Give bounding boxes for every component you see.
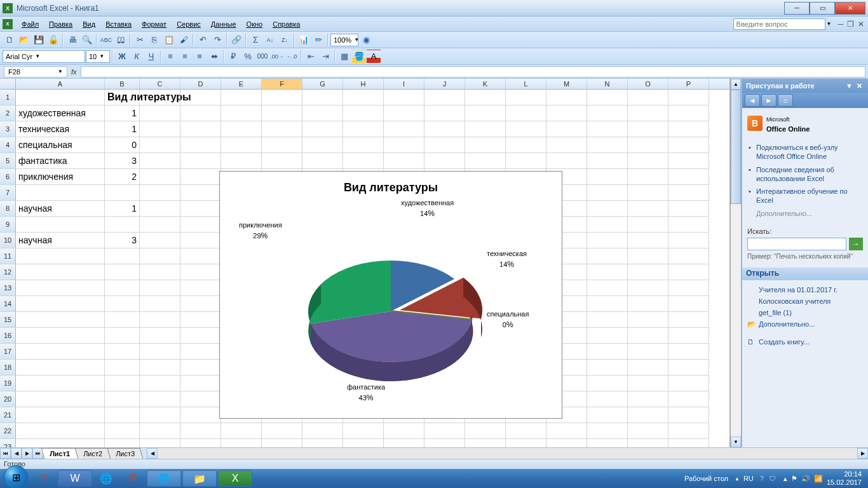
taskbar-help-icon[interactable]: ? (757, 475, 766, 482)
col-header-D[interactable]: D (180, 79, 221, 89)
task-pane-dropdown-icon[interactable]: ▼ (844, 82, 855, 90)
cell[interactable] (221, 105, 262, 121)
cell[interactable] (506, 121, 546, 137)
cell[interactable] (105, 344, 140, 360)
col-header-F[interactable]: F (262, 79, 302, 89)
cell[interactable] (628, 407, 668, 423)
row-header[interactable]: 15 (0, 312, 16, 328)
font-combo[interactable]: Arial Cyr▼ (3, 50, 85, 63)
cell[interactable] (16, 185, 105, 201)
cell[interactable] (343, 137, 384, 153)
cell[interactable] (546, 439, 587, 447)
cell[interactable] (105, 312, 140, 328)
cell[interactable] (180, 423, 221, 439)
save-icon[interactable]: 💾 (32, 33, 46, 47)
cell[interactable] (384, 423, 424, 439)
cell[interactable] (16, 391, 105, 407)
cell[interactable] (587, 439, 628, 447)
cell[interactable] (628, 90, 668, 105)
menu-view[interactable]: Вид (78, 18, 100, 30)
cell[interactable] (587, 407, 628, 423)
cell[interactable] (546, 137, 587, 153)
start-button[interactable]: ⊞ (1, 469, 31, 488)
cell[interactable] (180, 248, 221, 264)
cell[interactable] (180, 376, 221, 391)
cell[interactable] (587, 264, 628, 280)
cell[interactable] (384, 121, 424, 137)
scroll-up-icon[interactable]: ▲ (731, 79, 741, 90)
merge-center-icon[interactable]: ⬌ (207, 50, 221, 64)
hscroll-left-icon[interactable]: ◀ (147, 448, 158, 459)
chart-wizard-icon[interactable]: 📊 (297, 33, 311, 47)
cut-icon[interactable]: ✂ (133, 33, 147, 47)
cell[interactable] (105, 391, 140, 407)
cell[interactable] (105, 423, 140, 439)
cell[interactable] (465, 153, 506, 169)
cell[interactable] (587, 248, 628, 264)
cell[interactable] (16, 296, 105, 312)
cell[interactable] (384, 90, 424, 105)
cell[interactable] (587, 153, 628, 169)
close-button[interactable]: ✕ (835, 2, 865, 15)
cell[interactable] (384, 153, 424, 169)
cell[interactable]: научная (16, 233, 105, 248)
cell[interactable] (343, 90, 384, 105)
cell[interactable] (180, 407, 221, 423)
cell[interactable] (506, 423, 546, 439)
cell[interactable] (180, 312, 221, 328)
cell[interactable] (628, 264, 668, 280)
cell[interactable] (105, 264, 140, 280)
cell[interactable] (180, 344, 221, 360)
cell[interactable] (506, 439, 546, 447)
cell[interactable] (587, 391, 628, 407)
row-header[interactable]: 9 (0, 217, 16, 233)
cell[interactable] (546, 105, 587, 121)
cell[interactable] (668, 296, 709, 312)
cell[interactable] (424, 423, 465, 439)
cell[interactable] (628, 360, 668, 376)
minimize-button[interactable]: ─ (784, 2, 810, 15)
cell[interactable] (105, 439, 140, 447)
menu-insert[interactable]: Вставка (100, 18, 137, 30)
row-header[interactable]: 7 (0, 185, 16, 201)
menu-edit[interactable]: Правка (44, 18, 78, 30)
cell[interactable] (628, 280, 668, 296)
col-header-H[interactable]: H (343, 79, 384, 89)
cell[interactable] (587, 90, 628, 105)
col-header-L[interactable]: L (506, 79, 546, 89)
row-header[interactable]: 23 (0, 439, 16, 447)
cell[interactable]: 0 (105, 137, 140, 153)
row-header[interactable]: 12 (0, 264, 16, 280)
tp-create-workbook[interactable]: 🗋Создать книгу... (747, 336, 863, 348)
doc-close-button[interactable]: ✕ (857, 20, 865, 29)
cell[interactable] (140, 248, 180, 264)
cell[interactable] (180, 391, 221, 407)
cell[interactable] (302, 423, 343, 439)
paste-icon[interactable]: 📋 (162, 33, 176, 47)
cell[interactable] (180, 360, 221, 376)
cell[interactable] (140, 137, 180, 153)
cell[interactable] (180, 264, 221, 280)
tray-speaker-icon[interactable]: 🔊 (801, 475, 810, 483)
cell[interactable] (587, 376, 628, 391)
cell[interactable] (668, 423, 709, 439)
cell[interactable] (180, 201, 221, 217)
cell[interactable]: специальная (16, 137, 105, 153)
cell[interactable] (16, 217, 105, 233)
cell[interactable] (140, 201, 180, 217)
help-search-dropdown-icon[interactable]: ▼ (825, 21, 833, 27)
cell[interactable] (587, 360, 628, 376)
align-right-icon[interactable]: ≡ (193, 50, 207, 64)
cell[interactable] (140, 169, 180, 185)
cell[interactable] (221, 90, 262, 105)
cell[interactable] (506, 105, 546, 121)
col-header-G[interactable]: G (302, 79, 343, 89)
cell[interactable] (180, 137, 221, 153)
cell[interactable] (506, 137, 546, 153)
cell[interactable] (180, 121, 221, 137)
row-header[interactable]: 4 (0, 137, 16, 153)
cell[interactable] (180, 185, 221, 201)
format-painter-icon[interactable]: 🖌 (177, 33, 191, 47)
cell[interactable] (140, 153, 180, 169)
cell[interactable] (384, 439, 424, 447)
